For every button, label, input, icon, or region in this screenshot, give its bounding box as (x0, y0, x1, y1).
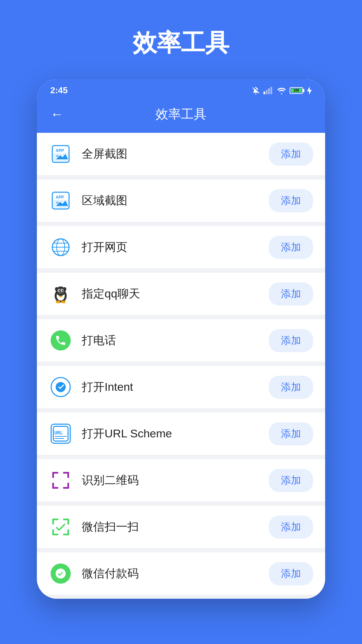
wechat-scan-icon-container (49, 515, 72, 539)
list-item-wechat-pay: 微信付款码 添加 (37, 552, 325, 595)
area-screenshot-icon: APP (49, 189, 72, 212)
back-button[interactable]: ← (50, 107, 64, 122)
open-intent-icon (49, 375, 72, 399)
wechat-pay-icon-container (49, 562, 72, 585)
qr-code-label: 识别二维码 (82, 473, 269, 488)
url-scheme-add-button[interactable]: 添加 (269, 422, 313, 445)
wechat-scan-add-button[interactable]: 添加 (269, 516, 313, 539)
wechat-pay-add-button[interactable]: 添加 (269, 562, 313, 585)
list-item-full-screenshot: APP 全屏截图 添加 (37, 133, 325, 175)
full-screenshot-icon: APP (49, 142, 72, 166)
svg-rect-3 (270, 87, 272, 94)
svg-point-36 (59, 290, 60, 290)
svg-rect-43 (52, 472, 54, 478)
qq-chat-label: 指定qq聊天 (82, 286, 269, 302)
svg-rect-45 (67, 472, 69, 478)
svg-point-35 (62, 290, 64, 291)
topbar: ← 效率工具 (37, 99, 325, 133)
qq-chat-icon (49, 282, 72, 306)
wechat-pay-label: 微信付款码 (82, 566, 269, 581)
svg-rect-1 (266, 90, 267, 94)
full-screenshot-add-button[interactable]: 添加 (269, 143, 313, 166)
svg-point-13 (56, 202, 58, 204)
make-call-icon (49, 329, 72, 352)
svg-text:APP: APP (56, 195, 64, 200)
svg-rect-0 (263, 92, 265, 94)
open-webpage-icon (49, 235, 72, 259)
qr-code-icon (49, 469, 72, 492)
phone-circle-icon (51, 330, 71, 351)
open-webpage-label: 打开网页 (82, 239, 269, 255)
open-intent-label: 打开Intent (82, 379, 269, 395)
svg-rect-2 (268, 88, 270, 94)
list-item-qr-code: 识别二维码 添加 (37, 459, 325, 502)
make-call-add-button[interactable]: 添加 (269, 329, 313, 352)
battery-icon: 100 (290, 87, 303, 94)
status-icons: 100 (251, 86, 312, 95)
svg-rect-55 (52, 529, 54, 535)
charging-icon (306, 87, 312, 95)
list-item-area-screenshot: APP 区域截图 添加 (37, 179, 325, 222)
mute-icon (251, 86, 260, 95)
open-intent-add-button[interactable]: 添加 (269, 376, 313, 399)
svg-rect-47 (52, 483, 54, 489)
intent-circle-icon (51, 377, 71, 397)
status-time: 2:45 (50, 85, 68, 96)
svg-point-26 (56, 301, 60, 303)
list-item-qq-chat: 指定qq聊天 添加 (37, 273, 325, 315)
svg-point-34 (59, 290, 60, 291)
svg-point-8 (56, 155, 58, 157)
svg-text:APP: APP (56, 148, 64, 153)
qr-code-add-button[interactable]: 添加 (269, 469, 313, 492)
url-scheme-icon: URL (49, 422, 72, 445)
area-screenshot-add-button[interactable]: 添加 (269, 189, 313, 212)
wechat-pay-circle (51, 564, 71, 584)
wifi-icon (277, 87, 286, 94)
url-scheme-label: 打开URL Scheme (82, 426, 269, 441)
svg-rect-49 (67, 483, 69, 489)
url-box-icon: URL (51, 424, 71, 444)
list-item-open-intent: 打开Intent 添加 (37, 366, 325, 409)
status-bar: 2:45 100 (37, 79, 325, 99)
qq-chat-add-button[interactable]: 添加 (269, 282, 313, 306)
svg-rect-53 (67, 519, 69, 525)
battery-level: 100 (291, 89, 302, 93)
phone-frame: 2:45 100 (37, 79, 325, 599)
topbar-title: 效率工具 (70, 106, 292, 123)
full-screenshot-label: 全屏截图 (82, 146, 269, 162)
area-screenshot-label: 区域截图 (82, 193, 269, 208)
svg-point-37 (63, 290, 63, 290)
list-item-open-webpage: 打开网页 添加 (37, 226, 325, 269)
page-background-title: 效率工具 (133, 27, 229, 59)
svg-rect-51 (52, 519, 54, 525)
svg-text:URL: URL (54, 430, 63, 435)
open-webpage-add-button[interactable]: 添加 (269, 236, 313, 259)
list-item-make-call: 打电话 添加 (37, 319, 325, 362)
svg-rect-57 (67, 529, 69, 535)
list-item-wechat-scan: 微信扫一扫 添加 (37, 506, 325, 548)
list-container: APP 全屏截图 添加 APP 区域截图 添加 (37, 133, 325, 599)
wechat-scan-label: 微信扫一扫 (82, 519, 269, 535)
list-item-url-scheme: URL 打开URL Scheme 添加 (37, 413, 325, 455)
signal-icon (263, 87, 274, 94)
make-call-label: 打电话 (82, 333, 269, 348)
svg-point-27 (61, 301, 66, 303)
